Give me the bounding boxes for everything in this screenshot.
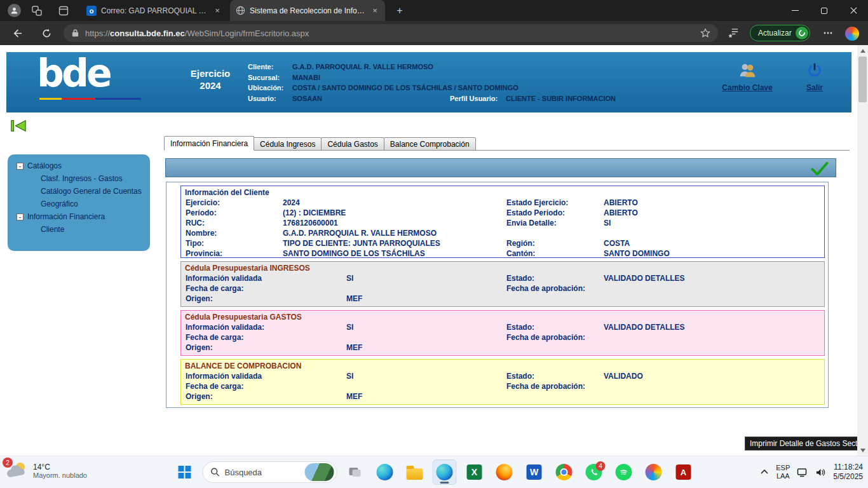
browser-tab-sistema[interactable]: Sistema de Recoleccion de Inform × xyxy=(230,0,385,21)
tab-actions-icon[interactable] xyxy=(57,4,70,17)
scrollbar-thumb[interactable] xyxy=(858,57,867,102)
task-view-button[interactable] xyxy=(343,459,367,485)
field-value: VALIDADO DETALLES xyxy=(604,322,824,332)
workspaces-icon[interactable] xyxy=(31,4,43,17)
copilot-app-icon[interactable] xyxy=(642,459,666,485)
volume-icon[interactable] xyxy=(815,468,826,477)
sidebar-item-geografico[interactable]: Geográfico xyxy=(8,198,150,210)
actualizar-label: Actualizar xyxy=(758,29,792,37)
collapse-icon[interactable]: - xyxy=(17,163,24,170)
browser-titlebar: o Correo: GAD PARROQUIAL VALLE × Sistema… xyxy=(0,0,868,21)
network-icon[interactable] xyxy=(797,468,808,477)
tab-cedula-gastos[interactable]: Cédula Gastos xyxy=(321,137,384,151)
sidebar-item-label: Catálogos xyxy=(27,161,62,170)
lock-icon[interactable] xyxy=(71,29,79,37)
weather-widget[interactable]: 2 14°C Mayorm. nublado xyxy=(6,461,87,481)
acrobat-icon[interactable]: A xyxy=(672,459,696,485)
tab-close-icon[interactable]: × xyxy=(212,6,222,15)
field-label: Estado Ejercicio: xyxy=(506,198,604,208)
sidebar-item-label: Cliente xyxy=(41,225,64,234)
minimize-button[interactable] xyxy=(780,0,810,21)
status-bar xyxy=(165,158,836,177)
weather-desc: Mayorm. nublado xyxy=(33,471,87,479)
whatsapp-icon[interactable]: 4 xyxy=(582,459,606,485)
page-content: bde Ejercicio 2024 Cliente:G.A.D. PARROQ… xyxy=(0,45,868,456)
field-value: VALIDADO DETALLES xyxy=(604,273,824,283)
spotify-icon[interactable] xyxy=(612,459,636,485)
tab-label: Balance Comprobación xyxy=(390,140,470,149)
panel-title: BALANCE DE COMPROBACION xyxy=(181,362,824,371)
tab-cedula-ingresos[interactable]: Cédula Ingresos xyxy=(254,137,322,151)
field-label: Provincia: xyxy=(186,248,283,259)
field-label: Envia Detalle: xyxy=(506,218,604,228)
content-tabstrip: Información Financiera Cédula Ingresos C… xyxy=(164,136,475,151)
field-value xyxy=(346,332,506,342)
firefox-icon[interactable] xyxy=(492,459,517,485)
salir-link[interactable]: Salir xyxy=(796,62,834,92)
sidebar-item-informacion-financiera[interactable]: - Información Financiera xyxy=(8,210,150,223)
edge-active-icon[interactable] xyxy=(433,459,457,485)
sidebar-item-clasf-ingresos-gastos[interactable]: Clasf. Ingresos - Gastos xyxy=(8,172,150,185)
word-icon[interactable]: W xyxy=(522,459,546,485)
field-value xyxy=(604,342,824,353)
language-indicator[interactable]: ESP LAA xyxy=(776,464,790,480)
copilot-icon[interactable] xyxy=(845,27,859,41)
collapse-icon[interactable]: - xyxy=(17,214,24,220)
field-value: (12) : DICIEMBRE xyxy=(283,208,506,218)
sync-icon xyxy=(796,27,808,39)
close-window-button[interactable] xyxy=(839,0,868,21)
usuario-label: Usuario: xyxy=(248,93,292,104)
refresh-button[interactable] xyxy=(39,26,53,40)
edge-pinned-icon[interactable] xyxy=(373,459,397,485)
cambio-clave-link[interactable]: Cambio Clave xyxy=(712,62,783,92)
favorites-hub-icon[interactable] xyxy=(726,26,740,40)
bookmark-star-icon[interactable] xyxy=(700,28,710,38)
sidebar-item-cliente[interactable]: Cliente xyxy=(8,223,150,236)
maximize-button[interactable] xyxy=(810,0,839,21)
client-info-box: Información del Cliente Ejercicio:2024 E… xyxy=(180,186,825,258)
field-label: Período: xyxy=(186,208,283,218)
browser-tab-mail[interactable]: o Correo: GAD PARROQUIAL VALLE × xyxy=(81,0,227,21)
tray-chevron-icon[interactable] xyxy=(760,468,769,476)
sidebar-item-catalogo-general[interactable]: Catálogo General de Cuentas xyxy=(8,185,150,198)
tab-title: Correo: GAD PARROQUIAL VALLE xyxy=(101,6,208,15)
start-button[interactable] xyxy=(173,459,197,485)
url-path: /WebSim/Login/frmEscritorio.aspx xyxy=(185,29,309,38)
tab-informacion-financiera[interactable]: Información Financiera xyxy=(164,136,254,151)
ejercicio-block: Ejercicio 2024 xyxy=(177,67,244,92)
profile-avatar[interactable] xyxy=(8,4,21,17)
scroll-down-icon[interactable] xyxy=(857,445,868,456)
panel-cedula-ingresos: Cédula Presupuestaria INGRESOS Informaci… xyxy=(180,261,825,307)
chrome-icon[interactable] xyxy=(552,459,576,485)
vertical-scrollbar[interactable] xyxy=(857,45,868,456)
field-label: Información validada xyxy=(186,273,346,283)
tab-close-icon[interactable]: × xyxy=(370,6,380,15)
new-tab-button[interactable]: + xyxy=(393,4,407,18)
go-back-icon[interactable] xyxy=(10,119,27,133)
tooltip: Imprimir Detalle de Gastos Sector xyxy=(745,437,868,451)
back-button[interactable] xyxy=(10,26,24,40)
client-info-title: Información del Cliente xyxy=(181,188,824,198)
excel-icon[interactable]: X xyxy=(463,459,487,485)
search-box[interactable]: Búsqueda xyxy=(203,461,337,483)
field-label: Origen: xyxy=(186,342,346,353)
search-label: Búsqueda xyxy=(225,468,262,477)
clock[interactable]: 11:18:24 5/5/2025 xyxy=(833,463,863,482)
field-value: VALIDADO xyxy=(604,371,824,381)
url-scheme: https:// xyxy=(85,29,110,38)
search-highlight-image[interactable] xyxy=(305,463,334,481)
file-explorer-icon[interactable] xyxy=(403,459,427,485)
tab-balance-comprobacion[interactable]: Balance Comprobación xyxy=(384,137,476,151)
panel-balance-comprobacion: BALANCE DE COMPROBACION Información vali… xyxy=(180,359,825,405)
sidebar-item-catalogos[interactable]: - Catálogos xyxy=(8,159,150,172)
field-value: 1768120600001 xyxy=(283,218,506,228)
scroll-up-icon[interactable] xyxy=(857,45,868,56)
browser-menu-icon[interactable] xyxy=(821,26,835,40)
taskbar: 2 14°C Mayorm. nublado Búsqueda xyxy=(0,456,868,488)
outlook-favicon: o xyxy=(86,6,97,16)
weather-icon: 2 xyxy=(6,461,28,481)
actualizar-button[interactable]: Actualizar xyxy=(750,25,810,41)
field-value xyxy=(346,381,506,391)
address-bar[interactable]: https://consulta.bde.fin.ec/WebSim/Login… xyxy=(64,24,718,42)
field-value: MEF xyxy=(346,294,506,304)
